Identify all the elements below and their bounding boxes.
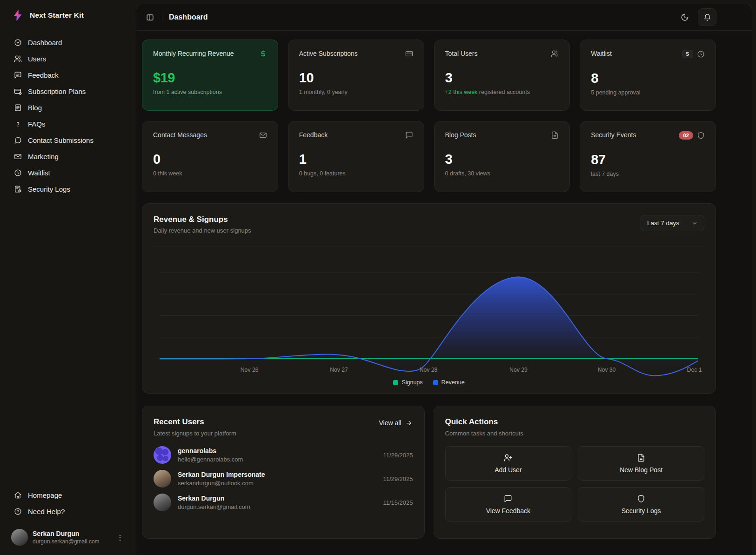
revenue-signups-card: Revenue & Signups Daily revenue and new … (142, 203, 716, 394)
recent-user-date: 11/29/2025 (383, 452, 413, 459)
recent-users-title: Recent Users (154, 417, 236, 427)
stat-title: Monthly Recurring Revenue (153, 50, 234, 57)
stat-card-monthly-recurring-revenue[interactable]: Monthly Recurring Revenue $19 from 1 act… (142, 40, 278, 111)
stat-card-security-events[interactable]: Security Events 02 87 last 7 days (580, 121, 716, 192)
theme-toggle-button[interactable] (677, 10, 692, 25)
header-divider (162, 13, 162, 21)
message-square-icon (405, 131, 413, 139)
sidebar-item-contact-submissions[interactable]: Contact Submissions (10, 133, 127, 147)
sidebar-item-need-help[interactable]: Need Help? (10, 504, 127, 519)
clock-icon (14, 169, 22, 177)
stat-subtitle: last 7 days (591, 171, 705, 177)
chart-plot-area: Nov 26 Nov 27 Nov 28 Nov 29 Nov 30 Dec 1… (154, 238, 704, 386)
dashboard-content: Monthly Recurring Revenue $19 from 1 act… (136, 31, 752, 555)
recent-user-row[interactable]: Serkan Durgun Impersonate serkandurgun@o… (154, 470, 413, 488)
user-plus-icon (504, 454, 512, 462)
message-circle-icon (14, 136, 22, 144)
stat-title: Active Subscriptions (299, 50, 358, 57)
stat-subtitle: from 1 active subscriptions (153, 89, 267, 95)
sidebar-toggle-button[interactable] (143, 10, 157, 25)
quick-actions-grid: Add User New Blog Post View Feedback Sec… (445, 446, 705, 522)
stat-card-waitlist[interactable]: Waitlist 5 8 5 pending approval (580, 40, 716, 111)
legend-item-revenue: Revenue (433, 379, 465, 386)
quick-actions-card: Quick Actions Common tasks and shortcuts… (434, 406, 716, 539)
sidebar-item-label: Security Logs (28, 185, 70, 193)
sidebar-nav: Dashboard Users Feedback Subscription Pl… (10, 35, 127, 196)
sidebar-item-label: Blog (28, 104, 42, 112)
clock-icon (697, 50, 705, 58)
sidebar-item-waitlist[interactable]: Waitlist (10, 166, 127, 180)
sidebar-item-dashboard[interactable]: Dashboard (10, 35, 127, 50)
mail-icon (14, 153, 22, 160)
x-tick-label: Nov 26 (241, 366, 259, 373)
x-tick-label: Nov 28 (420, 366, 438, 373)
sidebar-item-label: Dashboard (28, 39, 62, 47)
sidebar-item-label: Contact Submissions (28, 136, 94, 144)
revenue-line (160, 277, 698, 375)
date-range-select[interactable]: Last 7 days (641, 215, 704, 231)
recent-user-row[interactable]: Serkan Durgun durgun.serkan@gmail.com 11… (154, 494, 413, 511)
sidebar-item-faqs[interactable]: FAQs (10, 117, 127, 131)
user-avatar (11, 529, 28, 546)
sidebar-item-label: Users (28, 55, 46, 63)
sidebar-item-users[interactable]: Users (10, 52, 127, 66)
stat-card-total-users[interactable]: Total Users 3 +2 this week registered ac… (434, 40, 570, 111)
sidebar-item-security-logs[interactable]: Security Logs (10, 182, 127, 196)
app-logo-row[interactable]: Next Starter Kit (10, 7, 127, 27)
security-logs-button[interactable]: Security Logs (578, 487, 704, 522)
stat-value: 0 (153, 152, 267, 167)
main-panel: Dashboard Monthly Recurring Revenue $19 … (136, 4, 752, 555)
stat-subtitle: 5 pending approval (591, 89, 705, 96)
revenue-swatch (433, 380, 438, 385)
view-all-link[interactable]: View all (378, 417, 413, 428)
app-title: Next Starter Kit (30, 11, 84, 20)
stat-card-blog-posts[interactable]: Blog Posts 3 0 drafts, 30 views (434, 121, 570, 192)
stat-value: 10 (299, 70, 413, 86)
avatar (154, 494, 171, 511)
chart-legend: Signups Revenue (154, 379, 704, 386)
recent-user-name: Serkan Durgun Impersonate (178, 471, 376, 478)
user-meta: Serkan Durgun durgun.serkan@gmail.com (33, 530, 109, 545)
x-tick-label: Nov 27 (330, 366, 348, 373)
home-icon (14, 491, 22, 499)
stat-title: Contact Messages (153, 131, 207, 139)
quick-actions-title: Quick Actions (445, 417, 523, 427)
sidebar-item-feedback[interactable]: Feedback (10, 68, 127, 82)
new-blog-post-button[interactable]: New Blog Post (578, 446, 704, 481)
recent-user-email: hello@gennarolabs.com (178, 456, 376, 463)
sidebar-item-subscription-plans[interactable]: Subscription Plans (10, 84, 127, 99)
stat-value: 3 (445, 70, 559, 86)
sidebar-item-marketing[interactable]: Marketing (10, 149, 127, 164)
add-user-button[interactable]: Add User (445, 446, 572, 481)
stat-value: 1 (299, 152, 413, 167)
recent-user-name: gennarolabs (178, 447, 376, 455)
sidebar-item-homepage[interactable]: Homepage (10, 488, 127, 502)
sidebar-item-blog[interactable]: Blog (10, 100, 127, 115)
stat-subtitle: +2 this week registered accounts (445, 89, 559, 95)
ellipsis-vertical-icon[interactable]: ⋮ (114, 531, 127, 544)
arrow-right-icon (405, 420, 412, 427)
stat-card-feedback[interactable]: Feedback 1 0 bugs, 0 features (288, 121, 424, 192)
stat-card-contact-messages[interactable]: Contact Messages 0 0 this week (142, 121, 278, 192)
help-circle-icon (14, 508, 22, 515)
notifications-button[interactable] (698, 8, 716, 26)
users-icon (551, 50, 559, 58)
x-tick-label: Nov 29 (509, 366, 528, 373)
users-icon (14, 55, 22, 63)
dollar-icon (259, 50, 267, 58)
sidebar-item-label: Subscription Plans (28, 87, 86, 95)
view-feedback-button[interactable]: View Feedback (445, 487, 572, 522)
stat-title: Blog Posts (445, 131, 476, 139)
page-title: Dashboard (169, 13, 208, 21)
sidebar-item-label: Waitlist (28, 169, 50, 177)
recent-user-date: 11/29/2025 (383, 475, 413, 482)
sidebar-user-menu[interactable]: Serkan Durgun durgun.serkan@gmail.com ⋮ (10, 526, 127, 548)
stat-card-active-subscriptions[interactable]: Active Subscriptions 10 1 monthly, 0 yea… (288, 40, 424, 111)
credit-card-icon (405, 50, 413, 58)
lightning-bolt-icon (11, 8, 24, 22)
stat-title: Security Events (591, 131, 636, 139)
legend-item-signups: Signups (393, 379, 422, 386)
gauge-icon (14, 39, 22, 47)
chart-title: Revenue & Signups (154, 215, 251, 224)
recent-user-row[interactable]: gennarolabs hello@gennarolabs.com 11/29/… (154, 446, 413, 464)
